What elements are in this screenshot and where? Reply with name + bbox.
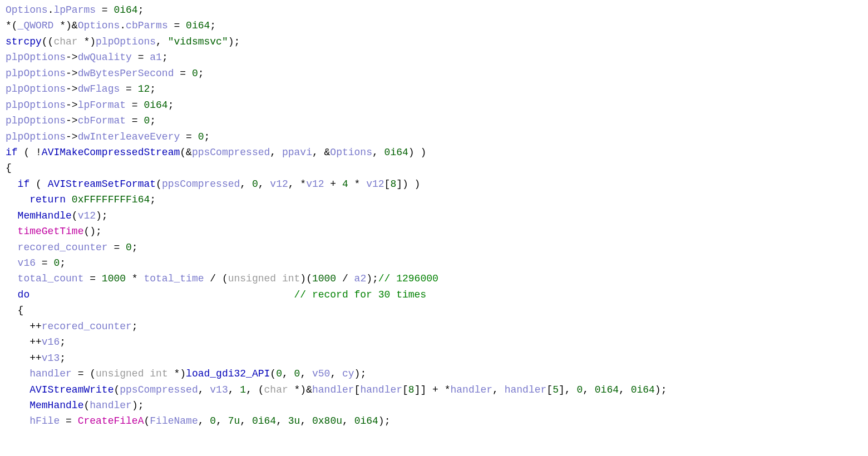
identifier: v16 — [18, 257, 36, 269]
identifier: plpOptions — [6, 52, 66, 63]
identifier: handler — [505, 384, 547, 395]
number: 8 — [390, 179, 396, 190]
number: 8 — [408, 384, 415, 395]
identifier: handler — [29, 368, 72, 379]
number: 3u — [288, 415, 300, 427]
func-call: MemHandle — [29, 400, 83, 411]
number: 0x80u — [312, 415, 342, 427]
func-call: AVIStreamSetFormat — [48, 179, 156, 190]
identifier: plpOptions — [96, 36, 156, 47]
identifier: v13 — [42, 353, 60, 364]
number: 0i64 — [114, 4, 137, 16]
number: 12 — [138, 83, 150, 95]
identifier: a2 — [354, 273, 367, 284]
member: lpParms — [53, 4, 96, 16]
number: 0 — [126, 242, 132, 253]
number: 4 — [342, 179, 348, 190]
number: 0 — [252, 179, 258, 190]
type: char — [53, 36, 77, 47]
identifier: handler — [312, 384, 354, 395]
identifier: ppsCompressed — [192, 147, 270, 158]
comment: // 1296000 — [378, 273, 438, 284]
number: 0 — [53, 257, 60, 269]
number: 5 — [553, 384, 559, 395]
member: cbParms — [126, 20, 168, 31]
string-literal: "vidsmsvc" — [168, 36, 228, 47]
identifier: ppsCompressed — [162, 179, 240, 190]
identifier: recored_counter — [42, 321, 132, 332]
number: 0 — [294, 368, 300, 379]
number: 1000 — [312, 273, 336, 284]
member: dwInterleaveEvery — [78, 131, 180, 142]
identifier: handler — [90, 400, 132, 411]
member: dwBytesPerSecond — [78, 68, 174, 79]
identifier: cy — [342, 368, 354, 379]
func-call: timeGetTime — [18, 226, 84, 237]
identifier: Options — [78, 20, 120, 31]
func-call: AVIStreamWrite — [29, 384, 114, 395]
number: 1 — [240, 384, 246, 395]
member: dwFlags — [78, 83, 120, 95]
identifier: plpOptions — [6, 100, 66, 111]
identifier: ppavi — [282, 147, 312, 158]
identifier: v16 — [42, 336, 60, 348]
func-call: MemHandle — [18, 210, 72, 221]
keyword-return: return — [29, 194, 66, 205]
identifier: handler — [450, 384, 492, 395]
identifier: v50 — [312, 368, 330, 379]
comment: // record for 30 times — [294, 289, 427, 300]
identifier: plpOptions — [6, 115, 66, 126]
number: 0i64 — [354, 415, 378, 427]
type: char — [264, 384, 288, 395]
number: 0i64 — [384, 147, 408, 158]
identifier: plpOptions — [6, 131, 66, 142]
identifier: v12 — [78, 210, 96, 221]
type: unsigned int — [96, 368, 168, 379]
func-call: AVIMakeCompressedStream — [42, 147, 180, 158]
decompiled-code-block: Options.lpParms = 0i64; *(_QWORD *)&Opti… — [0, 0, 868, 429]
number: 0xFFFFFFFFi64 — [72, 194, 150, 205]
number: 0i64 — [144, 100, 167, 111]
number: 0i64 — [595, 384, 619, 395]
identifier: Options — [6, 4, 48, 16]
func-call: CreateFileA — [78, 415, 144, 427]
identifier: plpOptions — [6, 68, 66, 79]
identifier: total_time — [144, 273, 204, 284]
type: _QWORD — [18, 20, 54, 31]
identifier: v13 — [210, 384, 228, 395]
member: dwQuality — [78, 52, 132, 63]
identifier: ppsCompressed — [120, 384, 198, 395]
number: 0 — [276, 368, 282, 379]
number: 0 — [198, 131, 204, 142]
identifier: v12 — [306, 179, 324, 190]
type: unsigned int — [228, 273, 300, 284]
identifier: total_count — [18, 273, 84, 284]
func-call: strcpy — [6, 36, 42, 47]
identifier: hFile — [29, 415, 60, 427]
number: 0 — [210, 415, 216, 427]
number: 0 — [144, 115, 150, 126]
number: 0 — [576, 384, 583, 395]
identifier: plpOptions — [6, 83, 66, 95]
identifier: handler — [360, 384, 402, 395]
keyword-if: if — [18, 179, 30, 190]
identifier: recored_counter — [18, 242, 108, 253]
keyword-do: do — [18, 289, 30, 300]
member: cbFormat — [78, 115, 126, 126]
number: 1000 — [102, 273, 126, 284]
identifier: Options — [330, 147, 372, 158]
identifier: FileName — [150, 415, 198, 427]
number: 0i64 — [186, 20, 210, 31]
func-call: load_gdi32_API — [186, 368, 270, 379]
keyword-if: if — [6, 147, 18, 158]
member: lpFormat — [78, 100, 126, 111]
identifier: a1 — [150, 52, 162, 63]
number: 0i64 — [631, 384, 655, 395]
number: 7u — [228, 415, 240, 427]
identifier: v12 — [270, 179, 288, 190]
number: 0i64 — [252, 415, 276, 427]
identifier: v12 — [366, 179, 384, 190]
number: 0 — [192, 68, 198, 79]
